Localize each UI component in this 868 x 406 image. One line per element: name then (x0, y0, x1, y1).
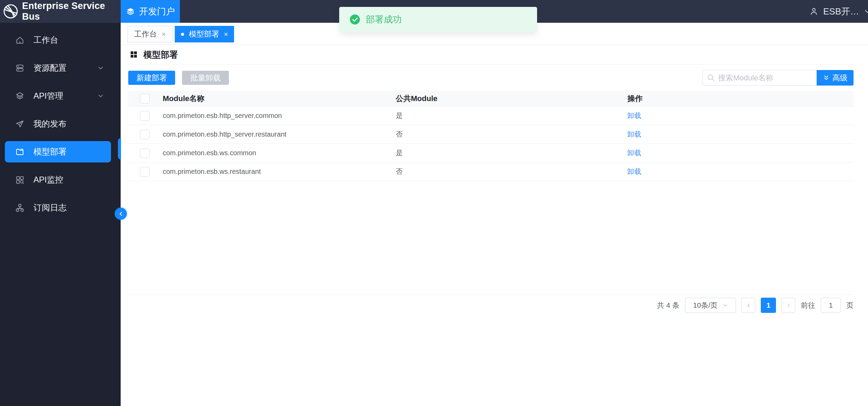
sidebar-item-api-monitor[interactable]: API监控 (5, 169, 111, 190)
success-check-icon (350, 14, 360, 25)
page-unit-label: 页 (846, 300, 854, 310)
next-page-button[interactable] (781, 298, 795, 313)
sidebar-item-label: 工作台 (33, 34, 58, 46)
module-public: 是 (396, 111, 627, 120)
logo-title: Enterprise Service Bus (22, 1, 121, 22)
sidebar-item-resource-config[interactable]: 资源配置 (5, 57, 111, 79)
module-name: com.primeton.esb.http_server.restaurant (163, 130, 396, 138)
paper-plane-icon (15, 119, 24, 129)
column-header-name: Module名称 (163, 93, 396, 104)
goto-label: 前往 (801, 300, 815, 310)
page-size-select[interactable]: 10条/页 (685, 298, 736, 313)
sidebar-item-label: 我的发布 (33, 118, 67, 129)
page-title: 模型部署 (143, 49, 178, 60)
table-row: com.primeton.esb.http_server.restaurant … (128, 125, 854, 144)
unload-link[interactable]: 卸载 (627, 149, 641, 157)
page-size-value: 10条/页 (693, 300, 717, 310)
tab-workbench[interactable]: 工作台 × (128, 26, 172, 42)
page-title-row: 模型部署 (128, 45, 854, 65)
row-checkbox[interactable] (140, 148, 150, 158)
sidebar-item-workbench[interactable]: 工作台 (5, 29, 111, 51)
home-icon (15, 36, 24, 45)
module-public: 否 (396, 167, 627, 176)
sidebar-collapse-button[interactable] (115, 208, 127, 220)
select-all-checkbox[interactable] (140, 94, 150, 103)
page-number-1[interactable]: 1 (761, 298, 776, 313)
pagination: 共 4 条 10条/页 1 前往 页 (128, 298, 854, 313)
user-name: ESB开… (823, 6, 859, 18)
sidebar-nav: 工作台 资源配置 API管理 我的发布 (0, 23, 121, 406)
active-submenu-fragment (118, 138, 121, 159)
double-chevron-down-icon (823, 75, 830, 81)
close-icon[interactable]: × (162, 30, 166, 38)
app-logo: Enterprise Service Bus (0, 1, 121, 22)
server-icon (15, 63, 24, 73)
table-row: com.primeton.esb.ws.restaurant 否 卸载 (128, 162, 854, 181)
unload-link[interactable]: 卸载 (627, 130, 641, 138)
sidebar-item-label: 模型部署 (33, 146, 67, 157)
tab-label: 工作台 (134, 29, 157, 39)
chevron-left-icon (118, 211, 124, 217)
grid-icon (130, 51, 137, 58)
prev-page-button[interactable] (741, 298, 755, 313)
chevron-down-icon (97, 65, 104, 71)
column-header-action: 操作 (627, 93, 854, 104)
module-name: com.primeton.esb.ws.common (163, 149, 396, 157)
unload-link[interactable]: 卸载 (627, 112, 641, 119)
column-header-public: 公共Module (396, 93, 627, 104)
table-empty-space (128, 181, 854, 295)
layers-icon (126, 7, 135, 16)
sidebar-item-label: 资源配置 (33, 62, 67, 73)
table-header-row: Module名称 公共Module 操作 (128, 91, 854, 107)
success-toast: 部署成功 (339, 7, 537, 32)
advanced-search-button[interactable]: 高级 (817, 70, 854, 86)
tab-label: 模型部署 (189, 29, 219, 39)
user-menu[interactable]: ESB开… (809, 6, 868, 18)
new-deploy-button[interactable]: 新建部署 (128, 71, 175, 85)
sidebar-item-api-management[interactable]: API管理 (5, 85, 111, 107)
sidebar-item-my-releases[interactable]: 我的发布 (5, 113, 111, 135)
user-icon (809, 7, 818, 16)
portal-tab-label: 开发门户 (139, 6, 175, 18)
close-icon[interactable]: × (224, 30, 228, 38)
module-name: com.primeton.esb.http_server.common (163, 112, 396, 120)
unload-link[interactable]: 卸载 (627, 168, 641, 175)
module-public: 是 (396, 148, 627, 158)
advanced-label: 高级 (832, 73, 848, 83)
search-input[interactable] (703, 70, 817, 86)
sidebar-item-label: API管理 (33, 90, 63, 101)
row-checkbox[interactable] (140, 111, 150, 121)
layers-icon (15, 91, 24, 101)
chevron-down-icon (723, 303, 728, 308)
search-icon (707, 73, 715, 82)
sidebar-item-label: API监控 (33, 174, 63, 185)
sidebar-item-label: 订阅日志 (33, 202, 67, 213)
monitor-grid-icon (15, 175, 24, 185)
table-row: com.primeton.esb.ws.common 是 卸载 (128, 144, 854, 162)
sidebar-item-model-deploy[interactable]: 模型部署 (5, 141, 111, 162)
batch-unload-button[interactable]: 批量卸载 (182, 71, 229, 85)
module-public: 否 (396, 130, 627, 139)
search-group: 高级 (703, 70, 854, 86)
chevron-left-icon (746, 303, 751, 308)
toast-message: 部署成功 (366, 13, 402, 26)
active-dot (181, 33, 184, 36)
row-checkbox[interactable] (140, 130, 150, 139)
chevron-down-icon (97, 92, 104, 99)
module-table: Module名称 公共Module 操作 com.primeton.esb.ht… (128, 91, 854, 295)
goto-page-input[interactable] (821, 298, 841, 313)
chevron-down-icon (864, 8, 868, 15)
sidebar-item-subscription-log[interactable]: 订阅日志 (5, 197, 111, 218)
portal-tab-dev[interactable]: 开发门户 (121, 0, 180, 23)
row-checkbox[interactable] (140, 167, 150, 177)
org-chart-icon (15, 203, 24, 212)
page-content: 模型部署 新建部署 批量卸载 高级 (121, 45, 868, 406)
chevron-right-icon (786, 303, 791, 308)
main-area: 工作台 × 模型部署 × 模型部署 新建部署 批量卸载 (121, 23, 868, 406)
tab-model-deploy[interactable]: 模型部署 × (175, 26, 234, 42)
logo-icon (3, 4, 18, 19)
toolbar: 新建部署 批量卸载 高级 (128, 70, 854, 86)
folder-icon (15, 147, 24, 157)
table-row: com.primeton.esb.http_server.common 是 卸载 (128, 107, 854, 125)
module-name: com.primeton.esb.ws.restaurant (163, 168, 396, 176)
